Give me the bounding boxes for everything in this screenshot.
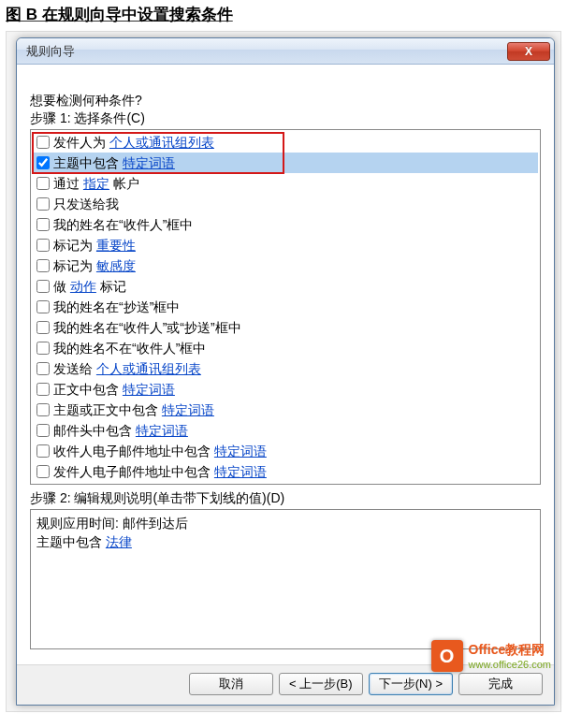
condition-link[interactable]: 特定词语 bbox=[162, 402, 214, 417]
condition-checkbox[interactable] bbox=[36, 465, 50, 478]
condition-checkbox[interactable] bbox=[36, 300, 50, 313]
question-label: 想要检测何种条件? bbox=[30, 93, 541, 109]
condition-link[interactable]: 指定 bbox=[83, 176, 109, 191]
condition-row[interactable]: 发件人电子邮件地址中包含 特定词语 bbox=[33, 461, 538, 482]
condition-label: 标记为 敏感度 bbox=[53, 256, 136, 275]
condition-label: 标记为 重要性 bbox=[53, 236, 136, 255]
condition-row[interactable]: 我的姓名在“收件人”或“抄送”框中 bbox=[33, 317, 538, 338]
condition-suffix: 帐户 bbox=[109, 176, 139, 191]
description-line2-prefix: 主题中包含 bbox=[36, 534, 106, 549]
cancel-button[interactable]: 取消 bbox=[189, 673, 273, 695]
watermark-text: Office教程网 www.office26.com bbox=[469, 642, 551, 670]
dialog-body: 想要检测何种条件? 步骤 1: 选择条件(C) 发件人为 个人或通讯组列表主题中… bbox=[17, 65, 554, 664]
condition-link[interactable]: 敏感度 bbox=[96, 258, 136, 273]
condition-checkbox[interactable] bbox=[36, 444, 50, 458]
rules-wizard-window: 规则向导 X 想要检测何种条件? 步骤 1: 选择条件(C) 发件人为 个人或通… bbox=[16, 37, 555, 706]
condition-label: 发件人电子邮件地址中包含 特定词语 bbox=[53, 462, 267, 481]
condition-prefix: 标记为 bbox=[53, 238, 96, 253]
condition-checkbox[interactable] bbox=[36, 424, 50, 437]
condition-row[interactable]: 只发送给我 bbox=[33, 194, 538, 214]
condition-checkbox[interactable] bbox=[36, 383, 50, 396]
condition-link[interactable]: 个人或通讯组列表 bbox=[96, 361, 201, 376]
condition-link[interactable]: 特定词语 bbox=[214, 444, 267, 459]
condition-label: 通过 指定 帐户 bbox=[53, 174, 139, 193]
condition-label: 邮件头中包含 特定词语 bbox=[53, 421, 188, 440]
condition-row[interactable]: 正文中包含 特定词语 bbox=[33, 379, 538, 400]
condition-link[interactable]: 特定词语 bbox=[123, 382, 175, 397]
conditions-scroll[interactable]: 发件人为 个人或通讯组列表主题中包含 特定词语通过 指定 帐户只发送给我我的姓名… bbox=[31, 130, 540, 484]
condition-label: 分配为 类别 类别 bbox=[53, 483, 153, 484]
figure-frame: 规则向导 X 想要检测何种条件? 步骤 1: 选择条件(C) 发件人为 个人或通… bbox=[6, 31, 561, 712]
condition-row[interactable]: 我的姓名在“收件人”框中 bbox=[33, 214, 538, 235]
condition-label: 主题中包含 特定词语 bbox=[53, 153, 175, 172]
condition-row[interactable]: 发件人为 个人或通讯组列表 bbox=[33, 132, 538, 153]
condition-link[interactable]: 动作 bbox=[70, 279, 96, 294]
condition-prefix: 通过 bbox=[53, 176, 83, 191]
rule-description-box[interactable]: 规则应用时间: 邮件到达后 主题中包含 法律 bbox=[30, 509, 541, 649]
condition-row[interactable]: 主题或正文中包含 特定词语 bbox=[33, 400, 538, 420]
condition-link[interactable]: 重要性 bbox=[96, 238, 136, 253]
condition-checkbox[interactable] bbox=[36, 156, 50, 169]
condition-link[interactable]: 个人或通讯组列表 bbox=[109, 135, 214, 150]
condition-prefix: 我的姓名不在“收件人”框中 bbox=[53, 341, 206, 356]
condition-checkbox[interactable] bbox=[36, 342, 50, 355]
condition-checkbox[interactable] bbox=[36, 218, 50, 231]
condition-link[interactable]: 特定词语 bbox=[214, 464, 267, 479]
condition-label: 正文中包含 特定词语 bbox=[53, 380, 175, 399]
next-button[interactable]: 下一步(N) > bbox=[369, 673, 453, 695]
condition-row[interactable]: 分配为 类别 类别 bbox=[33, 482, 538, 484]
condition-label: 发件人为 个人或通讯组列表 bbox=[53, 133, 214, 152]
condition-label: 我的姓名在“抄送”框中 bbox=[53, 298, 180, 316]
condition-label: 我的姓名不在“收件人”框中 bbox=[53, 339, 206, 357]
condition-label: 我的姓名在“收件人”框中 bbox=[53, 215, 193, 234]
condition-row[interactable]: 主题中包含 特定词语 bbox=[33, 153, 538, 173]
condition-row[interactable]: 我的姓名不在“收件人”框中 bbox=[33, 338, 538, 358]
step1-label: 步骤 1: 选择条件(C) bbox=[30, 110, 541, 127]
condition-row[interactable]: 发送给 个人或通讯组列表 bbox=[33, 358, 538, 379]
condition-label: 主题或正文中包含 特定词语 bbox=[53, 400, 214, 419]
condition-checkbox[interactable] bbox=[36, 259, 50, 272]
condition-prefix: 邮件头中包含 bbox=[53, 423, 136, 438]
condition-checkbox[interactable] bbox=[36, 177, 50, 190]
condition-row[interactable]: 邮件头中包含 特定词语 bbox=[33, 420, 538, 441]
office-logo-icon: O bbox=[431, 640, 463, 672]
condition-row[interactable]: 我的姓名在“抄送”框中 bbox=[33, 297, 538, 317]
watermark: O Office教程网 www.office26.com bbox=[431, 640, 551, 672]
description-line1: 规则应用时间: 邮件到达后 bbox=[36, 514, 534, 532]
condition-label: 做 动作 标记 bbox=[53, 277, 126, 296]
condition-checkbox[interactable] bbox=[36, 280, 50, 293]
titlebar[interactable]: 规则向导 X bbox=[17, 38, 554, 65]
condition-row[interactable]: 标记为 重要性 bbox=[33, 235, 538, 255]
condition-checkbox[interactable] bbox=[36, 197, 50, 211]
finish-button[interactable]: 完成 bbox=[458, 673, 543, 695]
condition-prefix: 发送给 bbox=[53, 361, 96, 376]
condition-checkbox[interactable] bbox=[36, 239, 50, 252]
condition-prefix: 主题或正文中包含 bbox=[53, 402, 162, 417]
condition-prefix: 收件人电子邮件地址中包含 bbox=[53, 444, 214, 459]
back-button[interactable]: < 上一步(B) bbox=[279, 673, 363, 695]
condition-link[interactable]: 特定词语 bbox=[136, 423, 188, 438]
condition-row[interactable]: 通过 指定 帐户 bbox=[33, 173, 538, 194]
condition-prefix: 我的姓名在“收件人”或“抄送”框中 bbox=[53, 320, 241, 335]
condition-label: 收件人电子邮件地址中包含 特定词语 bbox=[53, 442, 267, 460]
condition-row[interactable]: 收件人电子邮件地址中包含 特定词语 bbox=[33, 441, 538, 461]
condition-row[interactable]: 标记为 敏感度 bbox=[33, 255, 538, 276]
condition-prefix: 主题中包含 bbox=[53, 155, 123, 170]
condition-suffix: 标记 bbox=[96, 279, 126, 294]
condition-label: 我的姓名在“收件人”或“抄送”框中 bbox=[53, 318, 241, 337]
close-button[interactable]: X bbox=[507, 42, 550, 61]
figure-title: 图 B 在规则向导中设置搜索条件 bbox=[0, 0, 567, 31]
window-title: 规则向导 bbox=[26, 43, 507, 60]
watermark-brand: Office教程网 bbox=[469, 642, 551, 659]
condition-checkbox[interactable] bbox=[36, 403, 50, 416]
condition-checkbox[interactable] bbox=[36, 321, 50, 334]
condition-prefix: 只发送给我 bbox=[53, 197, 119, 211]
description-link-keyword[interactable]: 法律 bbox=[106, 534, 132, 549]
condition-prefix: 发件人电子邮件地址中包含 bbox=[53, 464, 214, 479]
condition-checkbox[interactable] bbox=[36, 362, 50, 375]
step2-label: 步骤 2: 编辑规则说明(单击带下划线的值)(D) bbox=[30, 490, 541, 507]
condition-row[interactable]: 做 动作 标记 bbox=[33, 276, 538, 297]
watermark-url: www.office26.com bbox=[469, 659, 551, 670]
condition-checkbox[interactable] bbox=[36, 136, 50, 149]
condition-link[interactable]: 特定词语 bbox=[123, 155, 175, 170]
